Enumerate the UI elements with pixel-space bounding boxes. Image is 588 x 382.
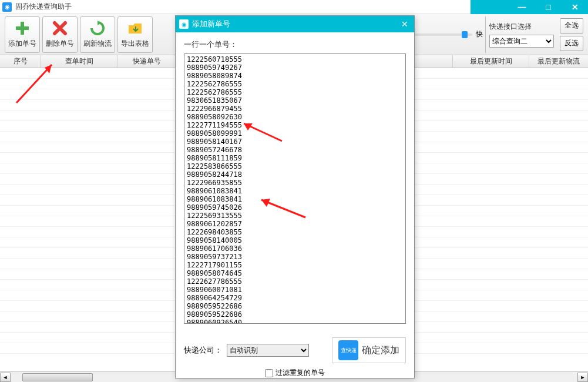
tracking-numbers-input[interactable] — [184, 53, 406, 324]
api-label: 快递接口选择 — [489, 22, 532, 32]
col-query-time[interactable]: 查单时间 — [41, 55, 117, 68]
col-last-logistics[interactable]: 最后更新物流 — [529, 55, 588, 68]
filter-dup-checkbox[interactable] — [265, 369, 273, 377]
refresh-label: 刷新物流 — [83, 39, 112, 49]
dialog-titlebar: ◉ 添加新单号 ✕ — [176, 16, 414, 32]
confirm-add-button[interactable]: 查快递 确定添加 — [332, 337, 406, 363]
delete-button[interactable]: 删除单号 — [42, 16, 78, 53]
search-package-icon: 查快递 — [338, 340, 358, 360]
dialog-icon: ◉ — [179, 19, 189, 29]
scroll-right-arrow[interactable]: ► — [577, 373, 588, 382]
export-label: 导出表格 — [121, 39, 149, 49]
folder-icon — [127, 20, 143, 36]
scroll-thumb[interactable] — [22, 373, 93, 381]
delete-label: 删除单号 — [46, 39, 74, 49]
col-last-update[interactable]: 最后更新时间 — [453, 55, 529, 68]
cross-icon — [52, 20, 68, 36]
refresh-icon — [89, 20, 106, 36]
filter-dup-label: 过滤重复的单号 — [275, 368, 325, 378]
confirm-text: 确定添加 — [362, 344, 399, 357]
refresh-button[interactable]: 刷新物流 — [80, 16, 115, 53]
api-select[interactable]: 综合查询二 — [489, 35, 554, 48]
select-all-button[interactable]: 全选 — [560, 18, 583, 33]
scroll-left-arrow[interactable]: ◄ — [0, 373, 11, 382]
dialog-title-text: 添加新单号 — [192, 19, 399, 29]
plus-icon — [14, 20, 31, 36]
col-seq[interactable]: 序号 — [0, 55, 41, 68]
add-button[interactable]: 添加单号 — [5, 16, 40, 53]
dialog-close-button[interactable]: ✕ — [399, 19, 411, 29]
company-select[interactable]: 自动识别 — [227, 344, 309, 357]
close-button[interactable]: ✕ — [562, 0, 588, 14]
app-icon: ◉ — [2, 2, 12, 12]
invert-button[interactable]: 反选 — [560, 36, 583, 51]
add-label: 添加单号 — [8, 39, 36, 49]
minimize-button[interactable]: — — [509, 0, 535, 14]
side-buttons: 全选 反选 — [560, 17, 583, 52]
svg-rect-1 — [16, 26, 29, 30]
window-controls: — □ ✕ — [509, 0, 588, 14]
api-selector-group: 快递接口选择 综合查询二 — [485, 16, 557, 53]
add-tracking-dialog: ◉ 添加新单号 ✕ 一行一个单号： 快递公司： 自动识别 查快递 确定添加 过滤… — [175, 15, 415, 378]
speed-slider-group: 快 — [414, 29, 483, 39]
company-label: 快递公司： — [184, 345, 222, 356]
speed-slider[interactable] — [414, 33, 472, 36]
maximize-button[interactable]: □ — [535, 0, 562, 14]
export-button[interactable]: 导出表格 — [117, 16, 153, 53]
dialog-hint: 一行一个单号： — [184, 39, 406, 50]
col-tracking[interactable]: 快递单号 — [117, 55, 176, 68]
slider-thumb[interactable] — [462, 31, 468, 38]
speed-label: 快 — [476, 29, 483, 39]
